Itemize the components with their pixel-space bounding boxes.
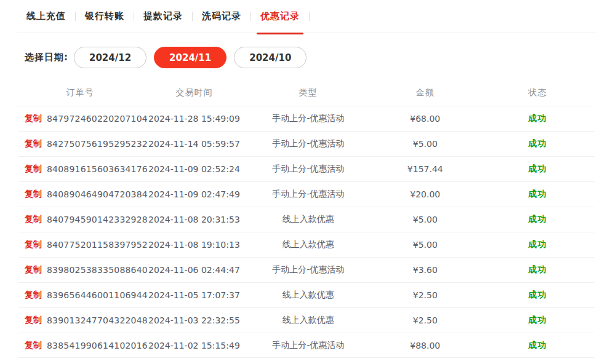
date-option-button[interactable]: 2024/11 [154, 47, 226, 68]
header-order-number: 订单号 [18, 87, 142, 98]
amount-value: ¥5.00 [370, 215, 481, 224]
transaction-type: 手动上分-优惠活动 [247, 340, 370, 351]
status-text: 成功 [481, 164, 595, 175]
table-row: 复制 840775201158397952 2024-11-08 19:10:1… [18, 232, 595, 257]
order-cell: 复制 840891615603634176 [18, 164, 142, 175]
table-row: 复制 839656446001106944 2024-11-05 17:07:3… [18, 282, 595, 307]
copy-button[interactable]: 复制 [25, 340, 42, 351]
status-text: 成功 [481, 290, 595, 301]
table-row: 复制 839013247704322048 2024-11-03 22:32:5… [18, 307, 595, 333]
date-filter-row: 选择日期: 2024/12 2024/11 2024/10 [25, 47, 613, 68]
date-option-label: 2024/12 [89, 52, 131, 63]
order-cell: 复制 840794590142332928 [18, 214, 142, 225]
tab-item[interactable]: 洗码记录 [193, 0, 250, 33]
status-text: 成功 [481, 315, 595, 326]
tab-label: 优惠记录 [260, 10, 300, 22]
date-option-label: 2024/10 [249, 52, 291, 63]
transaction-type: 线上入款优惠 [247, 214, 370, 225]
transaction-time: 2024-11-03 22:32:55 [142, 315, 246, 325]
order-cell: 复制 839013247704322048 [18, 315, 142, 326]
copy-button[interactable]: 复制 [25, 264, 42, 275]
tab-item[interactable]: 优惠记录 [251, 0, 309, 33]
transaction-time: 2024-11-08 20:31:53 [142, 215, 246, 224]
status-text: 成功 [481, 239, 595, 250]
table-header-row: 订单号 交易时间 类型 金额 状态 [18, 80, 595, 106]
header-transaction-time: 交易时间 [142, 87, 246, 98]
amount-value: ¥88.00 [370, 341, 481, 350]
transaction-time: 2024-11-09 02:47:49 [142, 189, 246, 199]
order-number: 839013247704322048 [47, 315, 148, 325]
transaction-time: 2024-11-28 15:49:09 [142, 114, 246, 124]
status-text: 成功 [481, 214, 595, 225]
amount-value: ¥2.50 [370, 315, 481, 325]
order-number: 838541990614102016 [47, 341, 148, 350]
table-body: 复制 847972460220207104 2024-11-28 15:49:0… [18, 106, 595, 358]
amount-value: ¥3.60 [370, 265, 481, 275]
table-row: 复制 840890464904720384 2024-11-09 02:47:4… [18, 181, 595, 207]
copy-button[interactable]: 复制 [25, 315, 42, 326]
copy-button[interactable]: 复制 [25, 214, 42, 225]
order-cell: 复制 839656446001106944 [18, 290, 142, 301]
order-number: 842750756195295232 [47, 139, 148, 149]
order-number: 839656446001106944 [47, 290, 148, 300]
transaction-time: 2024-11-14 05:59:57 [142, 139, 246, 149]
order-number: 840890464904720384 [47, 189, 148, 199]
order-number: 840891615603634176 [47, 164, 148, 174]
date-option-button[interactable]: 2024/12 [74, 47, 146, 68]
copy-button[interactable]: 复制 [25, 164, 42, 175]
header-amount: 金额 [370, 87, 481, 98]
copy-button[interactable]: 复制 [25, 113, 42, 124]
table-row: 复制 842750756195295232 2024-11-14 05:59:5… [18, 131, 595, 156]
date-option-label: 2024/11 [169, 52, 211, 63]
amount-value: ¥2.50 [370, 290, 481, 300]
table-row: 复制 840891615603634176 2024-11-09 02:52:2… [18, 156, 595, 181]
order-cell: 复制 847972460220207104 [18, 113, 142, 124]
status-text: 成功 [481, 264, 595, 275]
table-row: 复制 840794590142332928 2024-11-08 20:31:5… [18, 207, 595, 232]
table-row: 复制 838541990614102016 2024-11-02 15:15:4… [18, 333, 595, 358]
table-row: 复制 847972460220207104 2024-11-28 15:49:0… [18, 106, 595, 131]
order-number: 840794590142332928 [47, 215, 148, 224]
transaction-time: 2024-11-06 02:44:47 [142, 265, 246, 275]
transaction-type: 线上入款优惠 [247, 239, 370, 250]
transaction-type: 线上入款优惠 [247, 315, 370, 326]
amount-value: ¥20.00 [370, 189, 481, 199]
copy-button[interactable]: 复制 [25, 189, 42, 200]
date-options: 2024/12 2024/11 2024/10 [68, 47, 306, 68]
status-text: 成功 [481, 113, 595, 124]
order-number: 847972460220207104 [47, 114, 148, 124]
transaction-time: 2024-11-09 02:52:24 [142, 164, 246, 174]
status-text: 成功 [481, 340, 595, 351]
order-cell: 复制 842750756195295232 [18, 138, 142, 149]
amount-value: ¥5.00 [370, 139, 481, 149]
tab-item[interactable]: 提款记录 [134, 0, 192, 33]
transaction-type: 手动上分-优惠活动 [247, 264, 370, 275]
amount-value: ¥157.44 [370, 164, 481, 174]
transaction-type: 手动上分-优惠活动 [247, 113, 370, 124]
header-status: 状态 [481, 87, 595, 98]
tab-label: 银行转账 [85, 10, 124, 22]
copy-button[interactable]: 复制 [25, 138, 42, 149]
status-text: 成功 [481, 138, 595, 149]
transaction-time: 2024-11-02 15:15:49 [142, 341, 246, 350]
header-type: 类型 [247, 87, 370, 98]
record-tab-bar: 线上充值 银行转账 提款记录 洗码记录 优惠记录 [17, 0, 596, 33]
table-row: 复制 839802538335088640 2024-11-06 02:44:4… [18, 257, 595, 282]
tab-label: 洗码记录 [202, 10, 241, 22]
date-filter-label: 选择日期: [25, 52, 68, 63]
tab-label: 线上充值 [26, 10, 66, 22]
transaction-type: 线上入款优惠 [247, 290, 370, 301]
tab-item[interactable]: 线上充值 [17, 0, 75, 33]
copy-button[interactable]: 复制 [25, 239, 42, 250]
order-cell: 复制 838541990614102016 [18, 340, 142, 351]
status-text: 成功 [481, 189, 595, 200]
order-cell: 复制 839802538335088640 [18, 264, 142, 275]
date-option-button[interactable]: 2024/10 [234, 47, 306, 68]
transaction-time: 2024-11-08 19:10:13 [142, 240, 246, 250]
order-cell: 复制 840890464904720384 [18, 189, 142, 200]
transaction-type: 手动上分-优惠活动 [247, 164, 370, 175]
transaction-type: 手动上分-优惠活动 [247, 138, 370, 149]
copy-button[interactable]: 复制 [25, 290, 42, 301]
tab-item[interactable]: 银行转账 [76, 0, 134, 33]
tab-label: 提款记录 [143, 10, 183, 22]
